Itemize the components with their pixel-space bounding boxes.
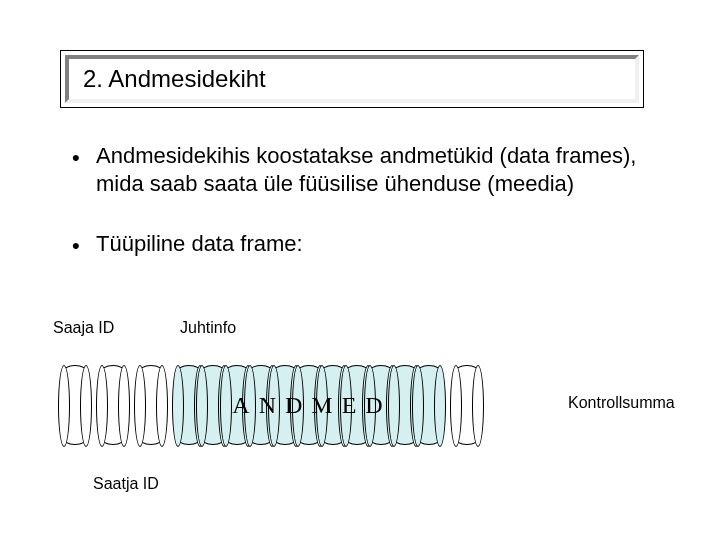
frame-data-group: ANDMED	[176, 365, 440, 445]
label-control-info: Juhtinfo	[180, 319, 236, 337]
frame-segment-checksum	[454, 365, 480, 445]
frame-segment-sender	[100, 365, 126, 445]
data-frame-diagram: ANDMED	[62, 365, 478, 445]
label-checksum: Kontrollsumma	[568, 394, 675, 412]
title-bevel: 2. Andmesidekiht	[65, 55, 639, 103]
title-box: 2. Andmesidekiht	[60, 50, 644, 108]
bullet-text: Tüüpiline data frame:	[96, 230, 303, 260]
label-recipient-id: Saaja ID	[53, 319, 114, 337]
label-sender-id: Saatja ID	[93, 475, 159, 493]
frame-segment-recipient	[62, 365, 88, 445]
bullet-dot-icon: •	[72, 230, 96, 260]
bullet-list: • Andmesidekihis koostatakse andmetükid …	[72, 142, 652, 292]
bullet-item: • Tüüpiline data frame:	[72, 230, 652, 260]
bullet-dot-icon: •	[72, 142, 96, 198]
bullet-text: Andmesidekihis koostatakse andmetükid (d…	[96, 142, 652, 198]
slide-title: 2. Andmesidekiht	[83, 65, 266, 93]
frame-segment-control	[138, 365, 164, 445]
frame-data-segment	[416, 365, 442, 445]
bullet-item: • Andmesidekihis koostatakse andmetükid …	[72, 142, 652, 198]
